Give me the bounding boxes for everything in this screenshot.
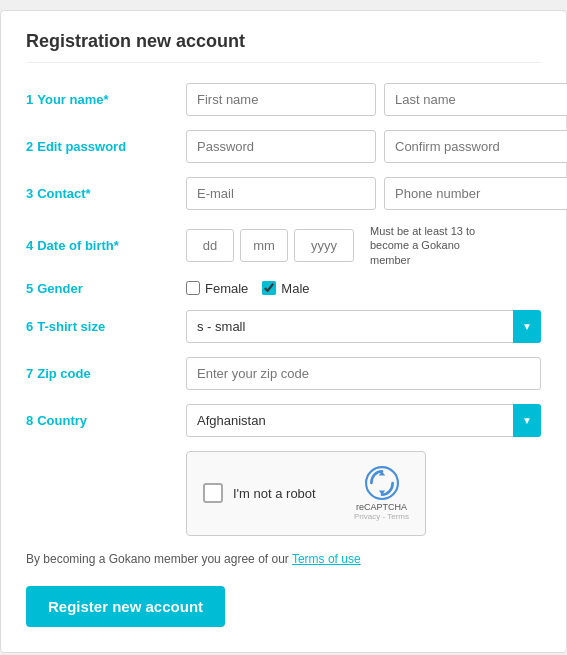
dob-year-input[interactable] bbox=[294, 229, 354, 262]
dob-row: 4 Date of birth* Must be at least 13 to … bbox=[26, 224, 541, 267]
step4-label: Date of birth* bbox=[37, 238, 119, 253]
gender-female-option[interactable]: Female bbox=[186, 281, 248, 296]
country-select[interactable]: Afghanistan Albania Algeria United State… bbox=[186, 404, 541, 437]
contact-row: 3 Contact* bbox=[26, 177, 541, 210]
confirm-password-input[interactable] bbox=[384, 130, 567, 163]
phone-input[interactable] bbox=[384, 177, 567, 210]
lastname-input[interactable] bbox=[384, 83, 567, 116]
tshirt-select-wrapper: xs - extra small s - small m - medium l … bbox=[186, 310, 541, 343]
tshirt-label: 6 T-shirt size bbox=[26, 319, 186, 334]
captcha-links: Privacy - Terms bbox=[354, 512, 409, 521]
page-title: Registration new account bbox=[26, 31, 541, 63]
country-row: 8 Country Afghanistan Albania Algeria Un… bbox=[26, 404, 541, 437]
step8-num: 8 bbox=[26, 413, 33, 428]
step6-num: 6 bbox=[26, 319, 33, 334]
password-label: 2 Edit password bbox=[26, 139, 186, 154]
step4-num: 4 bbox=[26, 238, 33, 253]
step3-label: Contact* bbox=[37, 186, 90, 201]
name-label: 1 Your name* bbox=[26, 92, 186, 107]
step1-label: Your name* bbox=[37, 92, 108, 107]
contact-label: 3 Contact* bbox=[26, 186, 186, 201]
country-select-wrapper: Afghanistan Albania Algeria United State… bbox=[186, 404, 541, 437]
step2-num: 2 bbox=[26, 139, 33, 154]
register-button[interactable]: Register new account bbox=[26, 586, 225, 627]
captcha-box: I'm not a robot reCAPTCHA Privacy - Term… bbox=[186, 451, 426, 536]
step3-num: 3 bbox=[26, 186, 33, 201]
dob-day-input[interactable] bbox=[186, 229, 234, 262]
captcha-left: I'm not a robot bbox=[203, 483, 316, 503]
zip-label: 7 Zip code bbox=[26, 366, 186, 381]
step5-num: 5 bbox=[26, 281, 33, 296]
gender-label: 5 Gender bbox=[26, 281, 186, 296]
dob-label: 4 Date of birth* bbox=[26, 238, 186, 253]
gender-male-option[interactable]: Male bbox=[262, 281, 309, 296]
zip-row: 7 Zip code bbox=[26, 357, 541, 390]
captcha-checkbox[interactable] bbox=[203, 483, 223, 503]
step5-label: Gender bbox=[37, 281, 83, 296]
gender-row: 5 Gender Female Male bbox=[26, 281, 541, 296]
terms-text: By becoming a Gokano member you agree of… bbox=[26, 552, 292, 566]
step2-label: Edit password bbox=[37, 139, 126, 154]
step1-num: 1 bbox=[26, 92, 33, 107]
dob-month-input[interactable] bbox=[240, 229, 288, 262]
captcha-brand: reCAPTCHA bbox=[356, 502, 407, 512]
recaptcha-icon bbox=[365, 466, 399, 500]
gender-female-label: Female bbox=[205, 281, 248, 296]
gender-male-label: Male bbox=[281, 281, 309, 296]
name-inputs bbox=[186, 83, 567, 116]
tshirt-select[interactable]: xs - extra small s - small m - medium l … bbox=[186, 310, 541, 343]
registration-container: Registration new account 1 Your name* 2 … bbox=[0, 10, 567, 653]
email-input[interactable] bbox=[186, 177, 376, 210]
step7-label: Zip code bbox=[37, 366, 90, 381]
gender-female-checkbox[interactable] bbox=[186, 281, 200, 295]
tshirt-row: 6 T-shirt size xs - extra small s - smal… bbox=[26, 310, 541, 343]
password-input[interactable] bbox=[186, 130, 376, 163]
step8-label: Country bbox=[37, 413, 87, 428]
name-row: 1 Your name* bbox=[26, 83, 541, 116]
firstname-input[interactable] bbox=[186, 83, 376, 116]
gender-male-checkbox[interactable] bbox=[262, 281, 276, 295]
gender-options: Female Male bbox=[186, 281, 310, 296]
country-label: 8 Country bbox=[26, 413, 186, 428]
dob-inputs: Must be at least 13 to become a Gokano m… bbox=[186, 224, 490, 267]
step6-label: T-shirt size bbox=[37, 319, 105, 334]
zip-input[interactable] bbox=[186, 357, 541, 390]
step7-num: 7 bbox=[26, 366, 33, 381]
terms-row: By becoming a Gokano member you agree of… bbox=[26, 552, 541, 566]
dob-note: Must be at least 13 to become a Gokano m… bbox=[370, 224, 490, 267]
captcha-right: reCAPTCHA Privacy - Terms bbox=[354, 466, 409, 521]
password-inputs bbox=[186, 130, 567, 163]
contact-inputs bbox=[186, 177, 567, 210]
password-row: 2 Edit password bbox=[26, 130, 541, 163]
captcha-label: I'm not a robot bbox=[233, 486, 316, 501]
terms-link[interactable]: Terms of use bbox=[292, 552, 361, 566]
